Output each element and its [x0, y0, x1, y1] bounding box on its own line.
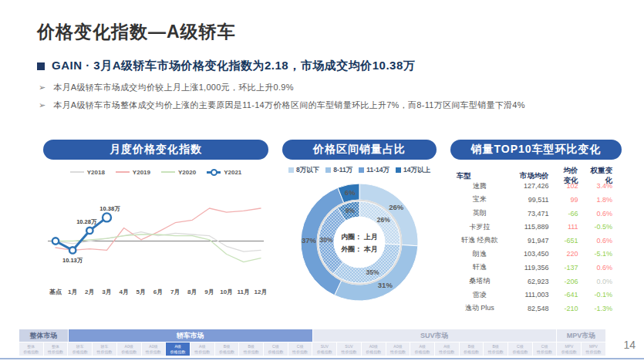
- cell-avg-price: 82,548: [508, 305, 556, 312]
- cell-model: 逸动 Plus: [450, 303, 508, 313]
- subtab-9[interactable]: B级性价指数: [239, 342, 263, 356]
- svg-text:6月: 6月: [153, 288, 163, 295]
- subtab-15[interactable]: A0级性价指数: [386, 342, 410, 356]
- cell-avg-price: 111,003: [508, 291, 556, 299]
- legend-item-Y2021: Y2021: [207, 167, 241, 177]
- legend-swatch-icon: [359, 167, 364, 173]
- cell-avg-price: 73,471: [508, 210, 556, 218]
- svg-text:12月: 12月: [255, 288, 268, 295]
- subtab-3[interactable]: 轿车性价指数: [93, 342, 116, 356]
- table-row: 轩逸 经典款91,947-6510.6%: [450, 234, 622, 248]
- cell-model: 宝来: [450, 194, 508, 204]
- svg-text:10.38万: 10.38万: [99, 205, 120, 212]
- cell-weight-change: -0.5%: [588, 223, 622, 231]
- subtab-1[interactable]: 整体性价指数: [44, 342, 68, 356]
- subtab-5[interactable]: A0级性价指数: [142, 342, 166, 356]
- bullet-line-2: ➢ 本月A级轿车市场整体成交均价上涨的主要原因是11-14万价格区间的车型销量环…: [39, 100, 525, 110]
- cell-model: 轩逸: [450, 262, 508, 272]
- subtab-23[interactable]: MPV性价指数: [582, 342, 605, 356]
- legend-line-icon: [161, 169, 175, 176]
- panel-title-top10: 销量TOP10车型环比变化: [450, 140, 622, 160]
- svg-text:35%: 35%: [366, 268, 379, 276]
- market-tab-sedan[interactable]: 轿车市场: [69, 329, 312, 342]
- svg-text:26%: 26%: [377, 216, 390, 224]
- legend-swatch-icon: [325, 167, 331, 173]
- key-summary: GAIN · 3月A级轿车市场价格变化指数为2.18，市场成交均价10.38万: [37, 59, 415, 73]
- legend-item-Y2019: Y2019: [116, 167, 150, 177]
- svg-text:9月: 9月: [204, 288, 214, 295]
- cell-price-change: 111: [557, 223, 588, 231]
- subtab-16[interactable]: A级价格指数: [410, 342, 434, 356]
- subtab-13[interactable]: SUV性价指数: [337, 342, 361, 356]
- subtab-22[interactable]: MPV价格指数: [557, 342, 581, 356]
- svg-text:10.13万: 10.13万: [62, 257, 83, 264]
- legend-swatch-icon: [396, 167, 401, 173]
- table-row: 卡罗拉115,889111-0.5%: [450, 220, 622, 234]
- svg-text:外圈： 本月: 外圈： 本月: [340, 245, 378, 253]
- legend-item-price-band-3: 14万以上: [396, 166, 430, 174]
- cell-price-change: -66: [557, 210, 588, 218]
- panel-top10-table: 销量TOP10车型环比变化 车型市场均价均价变化权重变化速腾127,426102…: [450, 140, 622, 315]
- cell-price-change: -137: [557, 264, 588, 272]
- market-tab-row: 整体市场轿车市场SUV市场MPV市场: [19, 329, 605, 342]
- subtab-14[interactable]: A0级价格指数: [362, 342, 386, 356]
- cell-weight-change: 0.6%: [588, 237, 622, 245]
- bottom-divider: [0, 358, 644, 359]
- cell-weight-change: -1.3%: [588, 305, 622, 312]
- svg-text:30%: 30%: [320, 236, 333, 244]
- cell-price-change: -651: [557, 237, 588, 245]
- panels: 月度价格变化指数 Y2018Y2019Y2020Y2021 10.13万10.2…: [43, 140, 622, 315]
- cell-avg-price: 115,889: [508, 223, 556, 231]
- cell-avg-price: 103,450: [508, 250, 556, 258]
- subtab-12[interactable]: SUV价格指数: [312, 342, 336, 356]
- donut-chart-legend: 8万以下8-11万11-14万14万以上: [282, 166, 437, 174]
- svg-text:1月: 1月: [68, 288, 77, 295]
- svg-text:11月: 11月: [238, 288, 250, 295]
- line-chart-legend: Y2018Y2019Y2020Y2021: [43, 167, 268, 177]
- summary-text: GAIN · 3月A级轿车市场价格变化指数为2.18，市场成交均价10.38万: [52, 59, 415, 73]
- cell-price-change: 102: [557, 182, 588, 190]
- arrow-icon: ➢: [39, 100, 46, 110]
- subtab-0[interactable]: 整体价格指数: [19, 342, 43, 356]
- subtab-6[interactable]: A级价格指数: [166, 342, 190, 356]
- subtab-10[interactable]: C级价格指数: [264, 342, 288, 356]
- svg-text:10月: 10月: [220, 288, 233, 295]
- table-row: 英朗73,471-660.6%: [450, 207, 622, 221]
- subtab-4[interactable]: A0级价格指数: [117, 342, 141, 356]
- svg-text:37%: 37%: [302, 236, 317, 245]
- subtab-7[interactable]: A级性价指数: [191, 342, 214, 356]
- cell-weight-change: 0.6%: [588, 264, 622, 272]
- subtab-18[interactable]: B级价格指数: [460, 342, 484, 356]
- market-tab-suv[interactable]: SUV市场: [313, 329, 556, 342]
- subtab-2[interactable]: 轿车价格指数: [68, 342, 92, 356]
- cell-model: 英朗: [450, 208, 508, 218]
- panel-title-monthly-price-index: 月度价格变化指数: [43, 140, 268, 160]
- legend-line-icon: [70, 169, 84, 176]
- subtab-21[interactable]: C级性价指数: [533, 342, 557, 356]
- svg-text:9%: 9%: [346, 207, 356, 214]
- cell-avg-price: 99,511: [508, 196, 556, 204]
- cell-price-change: 220: [557, 250, 588, 258]
- market-tab-mpv[interactable]: MPV市场: [557, 329, 605, 342]
- table-row: 宝来99,511991.8%: [450, 193, 622, 207]
- subtab-11[interactable]: C级性价指数: [288, 342, 312, 356]
- cell-weight-change: 3.4%: [588, 182, 622, 190]
- page-number: 14: [623, 339, 636, 351]
- table-header-row: 车型市场均价均价变化权重变化: [450, 166, 622, 180]
- top10-table: 车型市场均价均价变化权重变化速腾127,4261023.4%宝来99,51199…: [450, 166, 622, 315]
- legend-line-icon: [116, 169, 130, 176]
- donut-chart: 26%31%37%6%26%35%30%9%内圈： 上月外圈： 本月: [282, 174, 437, 312]
- cell-model: 桑塔纳: [450, 276, 508, 286]
- cell-weight-change: 0.6%: [588, 210, 622, 218]
- cell-price-change: -206: [557, 278, 588, 285]
- slide: 价格变化指数—A级轿车 GAIN · 3月A级轿车市场价格变化指数为2.18，市…: [0, 0, 644, 361]
- cell-model: 轩逸 经典款: [450, 235, 508, 245]
- table-row: 朗逸103,450220-5.1%: [450, 248, 622, 261]
- subtab-8[interactable]: B级价格指数: [215, 342, 239, 356]
- subtab-20[interactable]: C级价格指数: [508, 342, 532, 356]
- subtab-17[interactable]: A级性价指数: [435, 342, 459, 356]
- svg-text:26%: 26%: [389, 203, 404, 211]
- legend-item-price-band-1: 8-11万: [325, 166, 352, 174]
- market-tab-overall[interactable]: 整体市场: [19, 329, 68, 342]
- subtab-19[interactable]: B级性价指数: [484, 342, 507, 356]
